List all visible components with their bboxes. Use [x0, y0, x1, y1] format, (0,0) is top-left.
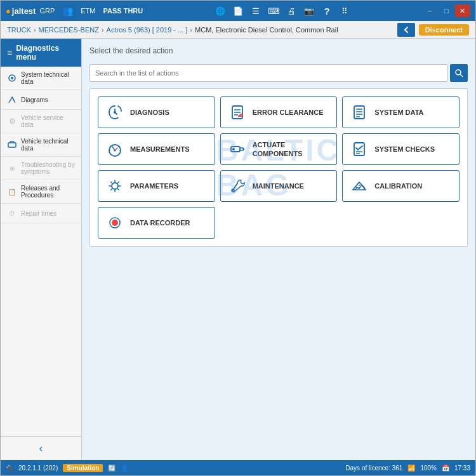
maximize-button[interactable]: □ — [439, 4, 454, 17]
system-data-label: SYSTEM DATA — [374, 108, 423, 117]
tile-actuate-components[interactable]: ACTUATE COMPONENTS — [220, 133, 338, 165]
sidebar-header: ≡ Diagnostics menu — [1, 39, 81, 67]
title-bar: ● jaltest GRP 👥 ETM PASS THRU 🌐 📄 ☰ ⌨ 🖨 … — [1, 1, 475, 21]
grid-icon[interactable]: ⠿ — [338, 4, 352, 18]
search-icon — [454, 69, 463, 77]
status-left: 🔌 20.2.1.1 (202) Simulation 🔄 👤 — [6, 464, 128, 472]
diagnosis-icon — [105, 102, 125, 122]
actuate-components-label: ACTUATE COMPONENTS — [253, 140, 331, 159]
maintenance-label: MAINTENANCE — [253, 182, 304, 190]
breadcrumb-bar: TRUCK › MERCEDES-BENZ › Actros 5 (963) [… — [1, 21, 475, 39]
jaltest-logo: ● jaltest — [6, 6, 36, 16]
sidebar-label-repair-times: Repair times — [21, 210, 56, 217]
parameters-icon — [105, 176, 125, 196]
title-bar-left: ● jaltest GRP 👥 ETM PASS THRU — [6, 6, 143, 16]
sidebar-item-system-technical-data[interactable]: System technical data — [1, 67, 81, 90]
licence-label: Days of licence: 361 — [345, 465, 402, 472]
sidebar: ≡ Diagnostics menu System technical data… — [1, 39, 82, 460]
data-recorder-icon — [105, 213, 125, 233]
status-bar: 🔌 20.2.1.1 (202) Simulation 🔄 👤 Days of … — [1, 460, 475, 475]
search-button[interactable] — [450, 64, 468, 82]
document-icon[interactable]: 📄 — [231, 4, 245, 18]
print-icon[interactable]: 🖨 — [284, 4, 298, 18]
nav-pass-thru[interactable]: PASS THRU — [103, 7, 143, 15]
tile-parameters[interactable]: PARAMETERS — [98, 170, 215, 202]
sidebar-item-diagrams[interactable]: Diagrams — [1, 90, 81, 110]
svg-point-1 — [11, 77, 13, 79]
user-icon: 👤 — [121, 465, 128, 472]
list-icon[interactable]: ☰ — [249, 4, 263, 18]
svg-point-3 — [456, 70, 461, 75]
close-button[interactable]: ✕ — [455, 4, 470, 17]
zoom-label: 100% — [420, 465, 437, 472]
error-clearance-icon — [227, 102, 248, 122]
sidebar-label-system-technical: System technical data — [21, 71, 75, 85]
breadcrumb-brand[interactable]: MERCEDES-BENZ — [39, 26, 99, 34]
measurements-label: MEASUREMENTS — [130, 145, 190, 154]
minimize-button[interactable]: − — [422, 4, 437, 17]
tile-diagnosis[interactable]: DIAGNOSIS — [98, 96, 215, 128]
actuate-components-icon — [227, 139, 248, 159]
globe-icon[interactable]: 🌐 — [213, 4, 227, 18]
tile-system-data[interactable]: SYSTEM DATA — [342, 96, 459, 128]
tile-data-recorder[interactable]: DATA RECORDER — [98, 207, 215, 239]
repair-times-icon: ⏱ — [7, 208, 17, 218]
nav-grp[interactable]: GRP — [39, 7, 55, 15]
title-bar-icons: 🌐 📄 ☰ ⌨ 🖨 📷 ? ⠿ — [213, 4, 352, 18]
sidebar-item-releases[interactable]: 📋 Releases and Procedures — [1, 180, 81, 204]
svg-line-4 — [460, 74, 463, 77]
svg-point-34 — [112, 220, 118, 226]
tile-error-clearance[interactable]: ERROR CLEARANCE — [220, 96, 338, 128]
disconnect-area: Disconnect — [397, 23, 469, 37]
sidebar-label-releases: Releases and Procedures — [21, 185, 75, 199]
keyboard-icon[interactable]: ⌨ — [267, 4, 281, 18]
sidebar-item-repair-times: ⏱ Repair times — [1, 204, 81, 223]
vehicle-tech-icon — [7, 140, 17, 150]
help-icon[interactable]: ? — [320, 4, 334, 18]
sidebar-item-vehicle-technical[interactable]: Vehicle technical data — [1, 133, 81, 157]
calibration-icon — [349, 176, 369, 196]
camera-icon[interactable]: 📷 — [302, 4, 316, 18]
title-bar-nav: GRP 👥 ETM PASS THRU — [39, 6, 143, 16]
sidebar-label-diagrams: Diagrams — [21, 96, 48, 103]
back-icon[interactable] — [397, 23, 415, 37]
calibration-label: CALIBRATION — [374, 182, 422, 190]
tile-maintenance[interactable]: MAINTENANCE — [220, 170, 338, 202]
breadcrumb: TRUCK › MERCEDES-BENZ › Actros 5 (963) [… — [7, 26, 338, 34]
breadcrumb-model[interactable]: Actros 5 (963) [ 2019 - ... ] — [107, 26, 188, 34]
sep1: › — [34, 26, 36, 34]
nav-people-icon: 👥 — [62, 6, 73, 16]
measurements-icon — [105, 139, 125, 159]
sidebar-collapse-button[interactable]: ‹ — [1, 436, 81, 460]
breadcrumb-truck[interactable]: TRUCK — [7, 26, 31, 34]
logo-dot: ● — [6, 6, 11, 16]
tile-measurements[interactable]: MEASUREMENTS — [98, 133, 215, 165]
simulation-badge: Simulation — [63, 464, 103, 472]
usb-icon: 🔌 — [6, 465, 13, 472]
status-right: Days of licence: 361 📶 100% 📅 17:33 — [345, 465, 470, 472]
system-data-icon — [349, 102, 369, 122]
diagnosis-label: DIAGNOSIS — [130, 108, 169, 117]
tile-system-checks[interactable]: SYSTEM CHECKS — [342, 133, 459, 165]
action-label: Select the desired action — [89, 46, 468, 55]
sep2: › — [102, 26, 104, 34]
sidebar-label-vehicle-technical: Vehicle technical data — [21, 138, 75, 152]
sidebar-item-troubleshooting: ⊕ Troubleshooting by symptoms — [1, 157, 81, 180]
system-checks-label: SYSTEM CHECKS — [374, 145, 435, 154]
system-checks-icon — [349, 139, 369, 159]
sidebar-header-icon: ≡ — [7, 48, 12, 58]
disconnect-button[interactable]: Disconnect — [419, 24, 469, 36]
breadcrumb-system: MCM, Electronic Diesel Control, Common R… — [195, 26, 338, 34]
search-row — [89, 64, 468, 82]
sep3: › — [190, 26, 192, 34]
wifi-icon: 📶 — [407, 465, 415, 472]
search-input[interactable] — [89, 64, 447, 82]
nav-etm[interactable]: ETM — [81, 7, 95, 15]
tile-calibration[interactable]: CALIBRATION — [342, 170, 459, 202]
collapse-icon: ‹ — [39, 442, 43, 455]
main-area: ≡ Diagnostics menu System technical data… — [1, 39, 475, 460]
sidebar-label-troubleshooting: Troubleshooting by symptoms — [21, 161, 75, 175]
error-clearance-label: ERROR CLEARANCE — [253, 108, 324, 117]
content-panel: Select the desired action BALTICBAG — [82, 39, 475, 460]
window-controls: − □ ✕ — [422, 4, 470, 17]
